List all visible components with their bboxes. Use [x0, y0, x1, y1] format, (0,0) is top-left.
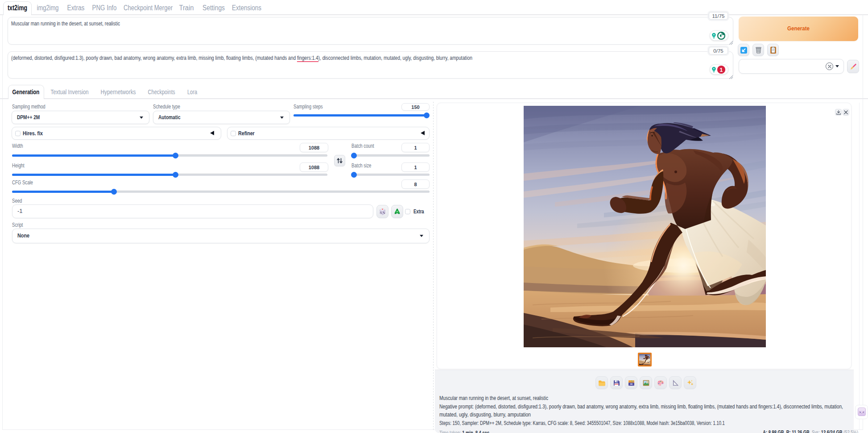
svg-text:1: 1 [720, 67, 723, 73]
